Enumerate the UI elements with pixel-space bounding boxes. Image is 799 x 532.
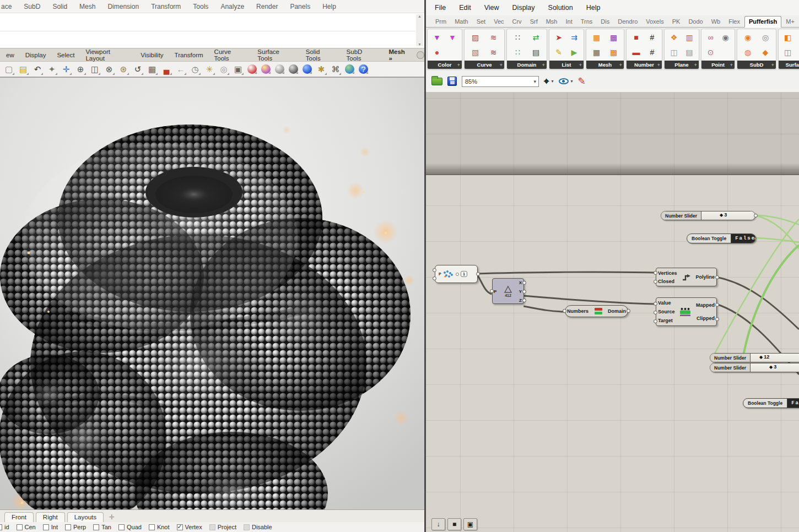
panel-label[interactable]: Mesh+ [586, 61, 624, 69]
open-file-icon[interactable] [431, 78, 442, 85]
component-icon[interactable]: ▩ [610, 34, 617, 41]
tab-curve-tools[interactable]: Curve Tools [209, 47, 252, 63]
tab-voxels[interactable]: Voxels [642, 17, 667, 27]
new-file-icon[interactable]: ▢ [3, 64, 14, 75]
explode-icon[interactable]: ✳ [204, 64, 215, 75]
component-icon[interactable]: ◫ [784, 48, 791, 56]
node-port[interactable] [715, 317, 719, 321]
menu-item[interactable]: Dimension [107, 3, 139, 10]
component-icon[interactable]: ▥ [685, 34, 693, 41]
menu-item[interactable]: Analyze [220, 3, 244, 10]
panel-label[interactable]: Number+ [627, 61, 662, 69]
globe-icon[interactable] [345, 64, 354, 74]
osnap-int[interactable]: Int [43, 524, 58, 530]
panel-expand-icon[interactable]: + [730, 62, 733, 68]
solid-view-widget-button[interactable]: ■ [447, 518, 461, 530]
tab-msh[interactable]: Msh [542, 17, 562, 27]
tab-vec[interactable]: Vec [490, 17, 508, 27]
hierarchy-icon[interactable]: ⌘ [330, 64, 341, 75]
tab-select[interactable]: Select [52, 50, 79, 60]
component-icon[interactable]: ● [435, 48, 439, 56]
panel-expand-icon[interactable]: + [457, 62, 460, 68]
rotate-view-icon[interactable]: ↺ [132, 64, 143, 75]
tab-srf[interactable]: Srf [526, 17, 542, 27]
osnap-project[interactable]: Project [209, 524, 236, 530]
menu-display[interactable]: Display [512, 4, 535, 12]
osnap-mid[interactable]: id [0, 524, 9, 530]
tab-dodo[interactable]: Dodo [684, 17, 706, 27]
osnap-disable[interactable]: Disable [244, 524, 272, 530]
command-scrollbar[interactable]: ▲ ▼ [416, 14, 423, 46]
tab-dendro[interactable]: Dendro [614, 17, 641, 27]
component-icon[interactable]: ◆ [763, 48, 769, 56]
component-icon[interactable]: ◧ [784, 34, 791, 41]
panel-label[interactable]: Point+ [701, 61, 735, 69]
node-port[interactable] [754, 214, 758, 218]
component-icon[interactable]: ▤ [532, 48, 539, 56]
help-icon[interactable]: ? [359, 64, 368, 74]
raytrace-view-icon[interactable] [303, 64, 312, 74]
checkbox[interactable] [118, 524, 125, 530]
preview-dropdown-caret-icon[interactable]: ▾ [571, 79, 573, 84]
component-icon[interactable]: ▦ [593, 48, 600, 56]
save-file-icon[interactable] [447, 77, 457, 86]
add-viewport-icon[interactable]: ✛ [106, 513, 118, 522]
node-port[interactable] [522, 281, 526, 285]
panel-label[interactable]: SubD+ [737, 61, 776, 69]
tab-more[interactable]: M+ [782, 17, 798, 27]
osnap-perp[interactable]: Perp [65, 524, 86, 530]
component-icon[interactable]: ◎ [762, 34, 769, 41]
menu-item[interactable]: Panels [290, 3, 310, 10]
scroll-up-icon[interactable]: ▲ [418, 14, 422, 18]
tab-pk[interactable]: PK [668, 17, 684, 27]
panel-label[interactable]: Curve+ [465, 61, 504, 69]
panel-expand-icon[interactable]: + [694, 62, 697, 68]
osnap-quad[interactable]: Quad [118, 524, 142, 530]
undo-view-icon[interactable]: ← [175, 64, 186, 75]
checkbox-checked[interactable] [177, 524, 183, 530]
component-icon[interactable]: ◉ [722, 34, 728, 41]
node-port[interactable] [627, 309, 630, 313]
tab-options-button[interactable] [417, 51, 424, 59]
sketch-pen-icon[interactable]: ✎ [578, 75, 586, 87]
menu-help[interactable]: Help [586, 4, 601, 12]
node-port[interactable] [654, 280, 657, 284]
osnap-knot[interactable]: Knot [149, 524, 170, 530]
tab-solid-tools[interactable]: Solid Tools [301, 47, 341, 63]
osnap-tan[interactable]: Tan [93, 524, 111, 530]
device-widget-button[interactable]: ▣ [463, 518, 477, 530]
wire-deconstruct-to-remap-value[interactable] [523, 296, 655, 304]
node-port[interactable] [522, 298, 526, 302]
tab-int[interactable]: Int [562, 17, 576, 27]
wire-polyline-out[interactable] [716, 277, 799, 329]
menu-view[interactable]: View [484, 4, 499, 12]
tab-crv[interactable]: Crv [509, 17, 526, 27]
zoom-target-icon[interactable]: ⊛ [118, 64, 129, 75]
render-view-icon[interactable] [261, 64, 271, 74]
viewport-tab-front[interactable]: Front [4, 512, 34, 522]
viewport-tab-right[interactable]: Right [36, 512, 65, 522]
component-icon[interactable]: ≋ [490, 34, 497, 41]
panel-label[interactable]: List+ [549, 61, 584, 69]
checkbox[interactable] [209, 524, 215, 530]
scroll-down-icon[interactable]: ▼ [418, 42, 422, 46]
lock-icon[interactable]: ▣ [233, 64, 244, 75]
combobox-caret-icon[interactable]: ▾ [533, 79, 536, 84]
node-port[interactable] [654, 271, 657, 275]
node-port[interactable] [715, 303, 719, 307]
tab-math[interactable]: Math [451, 17, 472, 27]
boolean-toggle-node[interactable]: Boolean Toggle False [743, 398, 799, 408]
number-slider-node[interactable]: Number Slider 12 [710, 353, 799, 362]
component-icon[interactable]: ∞ [708, 34, 714, 41]
panel-expand-icon[interactable]: + [542, 62, 545, 68]
tab-display[interactable]: Display [20, 50, 51, 60]
download-widget-button[interactable]: ↓ [431, 518, 445, 530]
tab-set[interactable]: Set [473, 17, 490, 27]
tab-transform[interactable]: Transform [170, 50, 208, 60]
menu-item[interactable]: ace [1, 3, 12, 10]
node-port[interactable] [433, 276, 436, 280]
checkbox[interactable] [149, 524, 155, 530]
history-icon[interactable]: ◷ [190, 64, 201, 75]
node-port[interactable] [654, 302, 657, 306]
node-port[interactable] [715, 275, 719, 279]
